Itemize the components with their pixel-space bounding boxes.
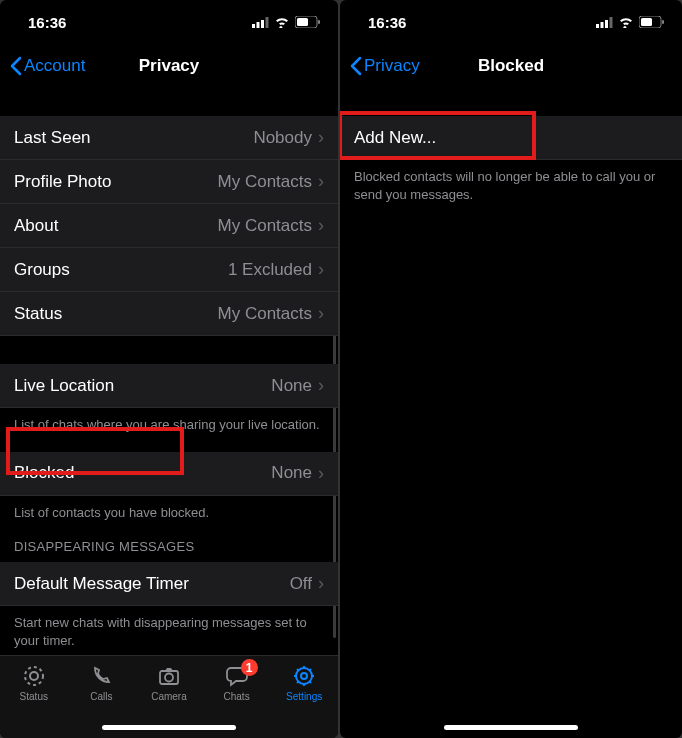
chevron-right-icon: › [318, 127, 324, 148]
row-label: Profile Photo [14, 172, 218, 192]
svg-point-12 [301, 673, 307, 679]
tab-status[interactable]: Status [1, 663, 67, 702]
add-new-label: Add New... [354, 128, 668, 148]
row-label: Blocked [14, 463, 271, 483]
tab-settings[interactable]: Settings [271, 663, 337, 702]
back-button[interactable]: Privacy [350, 56, 420, 76]
svg-point-10 [165, 674, 173, 682]
back-label: Privacy [364, 56, 420, 76]
row-label: About [14, 216, 218, 236]
chevron-left-icon [350, 56, 362, 76]
svg-rect-3 [266, 17, 269, 28]
row-value: 1 Excluded [228, 260, 312, 280]
back-label: Account [24, 56, 85, 76]
row-value: My Contacts [218, 304, 312, 324]
tab-label: Camera [151, 691, 187, 702]
blocked-content: Add New... Blocked contacts will no long… [340, 88, 682, 738]
status-icons [252, 16, 320, 28]
svg-rect-0 [252, 24, 255, 28]
wifi-icon [618, 17, 634, 28]
back-button[interactable]: Account [10, 56, 85, 76]
row-label: Default Message Timer [14, 574, 290, 594]
battery-icon [295, 16, 320, 28]
footer-text: List of chats where you are sharing your… [0, 408, 338, 434]
tab-label: Settings [286, 691, 322, 702]
home-indicator[interactable] [444, 725, 578, 730]
row-add-new[interactable]: Add New... [340, 116, 682, 160]
status-time: 16:36 [28, 14, 66, 31]
gear-icon [292, 664, 316, 688]
camera-icon [157, 664, 181, 688]
svg-rect-14 [601, 22, 604, 28]
settings-list[interactable]: Last Seen Nobody › Profile Photo My Cont… [0, 88, 338, 655]
right-screen: 16:36 Privacy Blocked Add New... Blocked… [340, 0, 682, 738]
chevron-right-icon: › [318, 303, 324, 324]
svg-rect-6 [318, 20, 320, 24]
signal-icon [252, 17, 269, 28]
row-groups[interactable]: Groups 1 Excluded › [0, 248, 338, 292]
signal-icon [596, 17, 613, 28]
badge: 1 [241, 659, 258, 676]
row-blocked[interactable]: Blocked None › [0, 452, 338, 496]
row-last-seen[interactable]: Last Seen Nobody › [0, 116, 338, 160]
row-label: Live Location [14, 376, 271, 396]
tab-label: Calls [90, 691, 112, 702]
chevron-right-icon: › [318, 463, 324, 484]
tab-chats[interactable]: Chats 1 [204, 663, 270, 702]
status-bar: 16:36 [0, 0, 338, 44]
svg-point-7 [25, 667, 43, 685]
row-value: My Contacts [218, 172, 312, 192]
status-time: 16:36 [368, 14, 406, 31]
footer-text: Start new chats with disappearing messag… [0, 606, 338, 649]
row-label: Status [14, 304, 218, 324]
tab-bar: Status Calls Camera Chats 1 Settings [0, 655, 338, 738]
status-icons [596, 16, 664, 28]
tab-label: Chats [224, 691, 250, 702]
row-value: None [271, 463, 312, 483]
row-value: Off [290, 574, 312, 594]
status-icon [22, 664, 46, 688]
tab-camera[interactable]: Camera [136, 663, 202, 702]
chevron-right-icon: › [318, 171, 324, 192]
phone-icon [89, 664, 113, 688]
tab-label: Status [20, 691, 48, 702]
status-bar: 16:36 [340, 0, 682, 44]
chevron-right-icon: › [318, 573, 324, 594]
svg-rect-13 [596, 24, 599, 28]
page-title: Blocked [478, 56, 544, 76]
row-default-timer[interactable]: Default Message Timer Off › [0, 562, 338, 606]
tab-calls[interactable]: Calls [68, 663, 134, 702]
left-screen: 16:36 Account Privacy Last Seen Nobody ›… [0, 0, 338, 738]
chevron-right-icon: › [318, 375, 324, 396]
section-header: DISAPPEARING MESSAGES [0, 539, 338, 562]
svg-rect-16 [610, 17, 613, 28]
row-status[interactable]: Status My Contacts › [0, 292, 338, 336]
svg-rect-15 [605, 20, 608, 28]
svg-rect-19 [662, 20, 664, 24]
battery-icon [639, 16, 664, 28]
row-label: Groups [14, 260, 228, 280]
svg-rect-5 [297, 18, 308, 26]
row-value: My Contacts [218, 216, 312, 236]
row-value: Nobody [253, 128, 312, 148]
page-title: Privacy [139, 56, 200, 76]
chevron-left-icon [10, 56, 22, 76]
svg-point-8 [30, 672, 38, 680]
nav-bar: Account Privacy [0, 44, 338, 88]
row-live-location[interactable]: Live Location None › [0, 364, 338, 408]
nav-bar: Privacy Blocked [340, 44, 682, 88]
wifi-icon [274, 17, 290, 28]
row-about[interactable]: About My Contacts › [0, 204, 338, 248]
svg-rect-1 [257, 22, 260, 28]
row-value: None [271, 376, 312, 396]
footer-text: Blocked contacts will no longer be able … [340, 160, 682, 203]
chevron-right-icon: › [318, 259, 324, 280]
chevron-right-icon: › [318, 215, 324, 236]
footer-text: List of contacts you have blocked. [0, 496, 338, 522]
row-label: Last Seen [14, 128, 253, 148]
home-indicator[interactable] [102, 725, 236, 730]
svg-rect-18 [641, 18, 652, 26]
svg-rect-2 [261, 20, 264, 28]
row-profile-photo[interactable]: Profile Photo My Contacts › [0, 160, 338, 204]
